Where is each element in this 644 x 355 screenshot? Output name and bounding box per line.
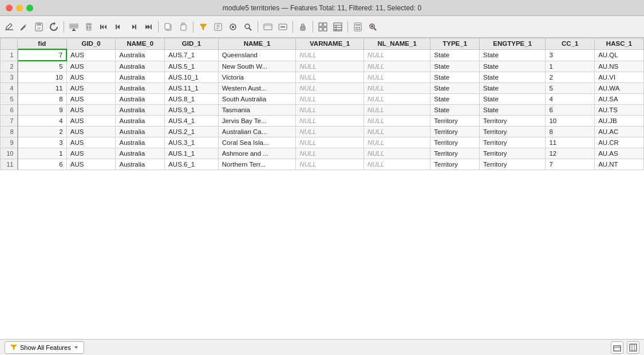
table-cell[interactable]: 9 bbox=[18, 105, 67, 116]
table-cell[interactable]: State bbox=[480, 72, 546, 83]
header-gid0[interactable]: GID_0 bbox=[66, 38, 116, 50]
table-cell[interactable]: 8 bbox=[546, 127, 595, 137]
table-row[interactable]: 74AUSAustraliaAUS.4_1Jervis Bay Te...NUL… bbox=[1, 116, 644, 127]
table-cell[interactable]: AU.NS bbox=[595, 61, 644, 72]
table-cell[interactable]: New South W... bbox=[218, 61, 296, 72]
table-cell[interactable]: Coral Sea Isla... bbox=[218, 137, 296, 148]
table-cell[interactable]: State bbox=[480, 105, 546, 116]
table-cell[interactable]: AUS bbox=[66, 61, 116, 72]
header-fid[interactable]: fid bbox=[18, 38, 67, 50]
table-cell[interactable]: 5 bbox=[546, 83, 595, 94]
table-cell[interactable]: NULL bbox=[296, 83, 364, 94]
table-cell[interactable]: 6 bbox=[546, 105, 595, 116]
table-cell[interactable]: NULL bbox=[364, 148, 430, 159]
table-row[interactable]: 69AUSAustraliaAUS.9_1TasmaniaNULLNULLSta… bbox=[1, 105, 644, 116]
table-row[interactable]: 310AUSAustraliaAUS.10_1VictoriaNULLNULLS… bbox=[1, 72, 644, 83]
header-nlname1[interactable]: NL_NAME_1 bbox=[364, 38, 430, 50]
show-features-button[interactable]: Show All Features bbox=[5, 341, 84, 354]
table-cell[interactable]: NULL bbox=[364, 137, 430, 148]
table-cell[interactable]: 10 bbox=[18, 72, 67, 83]
nav-last-button[interactable] bbox=[141, 20, 155, 34]
table-cell[interactable]: 11 bbox=[18, 83, 67, 94]
table-cell[interactable]: Australia bbox=[116, 127, 165, 137]
table-cell[interactable]: State bbox=[430, 83, 480, 94]
table-cell[interactable]: NULL bbox=[364, 49, 430, 61]
table-cell[interactable]: 7 bbox=[1, 116, 18, 127]
table-row[interactable]: 82AUSAustraliaAUS.2_1Australian Ca...NUL… bbox=[1, 127, 644, 137]
table-cell[interactable]: 2 bbox=[18, 127, 67, 137]
table-cell[interactable]: Territory bbox=[430, 159, 480, 170]
table-cell[interactable]: 10 bbox=[546, 116, 595, 127]
table-cell[interactable]: AUS.4_1 bbox=[165, 116, 219, 127]
table-row[interactable]: 116AUSAustraliaAUS.6_1Northern Terr...NU… bbox=[1, 159, 644, 170]
nav-next-button[interactable] bbox=[127, 20, 140, 34]
table-cell[interactable]: Territory bbox=[480, 127, 546, 137]
table-row[interactable]: 17AUSAustraliaAUS.7_1QueenslandNULLNULLS… bbox=[1, 49, 644, 61]
table-cell[interactable]: 3 bbox=[18, 137, 67, 148]
table-row[interactable]: 411AUSAustraliaAUS.11_1Western Aust...NU… bbox=[1, 83, 644, 94]
table-cell[interactable]: AUS bbox=[66, 105, 116, 116]
table-cell[interactable]: 4 bbox=[18, 116, 67, 127]
table-cell[interactable]: AU.AC bbox=[595, 127, 644, 137]
table-cell[interactable]: NULL bbox=[296, 105, 364, 116]
table-cell[interactable]: NULL bbox=[364, 116, 430, 127]
table-cell[interactable]: 9 bbox=[1, 137, 18, 148]
table-cell[interactable]: Australia bbox=[116, 137, 165, 148]
table-cell[interactable]: 11 bbox=[546, 137, 595, 148]
table-cell[interactable]: 7 bbox=[546, 159, 595, 170]
table-cell[interactable]: Ashmore and ... bbox=[218, 148, 296, 159]
table-cell[interactable]: AUS.6_1 bbox=[165, 159, 219, 170]
table-cell[interactable]: 8 bbox=[1, 127, 18, 137]
table-cell[interactable]: NULL bbox=[364, 127, 430, 137]
table-cell[interactable]: Queensland bbox=[218, 49, 296, 61]
table-cell[interactable]: AU.WA bbox=[595, 83, 644, 94]
table-cell[interactable]: AUS.5_1 bbox=[165, 61, 219, 72]
table-cell[interactable]: 1 bbox=[18, 148, 67, 159]
maximize-button[interactable] bbox=[26, 5, 33, 11]
table-cell[interactable]: 1 bbox=[1, 49, 18, 61]
table-cell[interactable]: NULL bbox=[296, 116, 364, 127]
table-cell[interactable]: 4 bbox=[546, 94, 595, 105]
zoom-out-button[interactable] bbox=[276, 20, 290, 34]
table-row[interactable]: 58AUSAustraliaAUS.8_1South AustraliaNULL… bbox=[1, 94, 644, 105]
table-cell[interactable]: AUS bbox=[66, 72, 116, 83]
table-cell[interactable]: AUS bbox=[66, 49, 116, 61]
table-cell[interactable]: Australia bbox=[116, 148, 165, 159]
nav-first-button[interactable] bbox=[97, 20, 110, 34]
table-cell[interactable]: Northern Terr... bbox=[218, 159, 296, 170]
pencil-button[interactable] bbox=[17, 20, 31, 34]
filter-button[interactable] bbox=[196, 20, 210, 34]
add-row-button[interactable] bbox=[67, 20, 81, 34]
table-cell[interactable]: AUS bbox=[66, 83, 116, 94]
table-cell[interactable]: AUS bbox=[66, 116, 116, 127]
table-cell[interactable]: NULL bbox=[364, 105, 430, 116]
table-cell[interactable]: AUS.11_1 bbox=[165, 83, 219, 94]
table-cell[interactable]: NULL bbox=[296, 137, 364, 148]
table-row[interactable]: 25AUSAustraliaAUS.5_1New South W...NULLN… bbox=[1, 61, 644, 72]
table-cell[interactable]: Territory bbox=[430, 127, 480, 137]
table-cell[interactable]: State bbox=[480, 94, 546, 105]
search-button[interactable] bbox=[241, 20, 255, 34]
table-cell[interactable]: AU.AS bbox=[595, 148, 644, 159]
table-cell[interactable]: AUS.8_1 bbox=[165, 94, 219, 105]
table-cell[interactable]: Jervis Bay Te... bbox=[218, 116, 296, 127]
table-cell[interactable]: AUS bbox=[66, 137, 116, 148]
table-cell[interactable]: State bbox=[480, 49, 546, 61]
table-cell[interactable]: AU.QL bbox=[595, 49, 644, 61]
table-cell[interactable]: South Australia bbox=[218, 94, 296, 105]
table-cell[interactable]: Victoria bbox=[218, 72, 296, 83]
move-selection-button[interactable] bbox=[226, 20, 240, 34]
table-cell[interactable]: NULL bbox=[296, 72, 364, 83]
table-cell[interactable]: AU.TS bbox=[595, 105, 644, 116]
table-cell[interactable]: NULL bbox=[364, 159, 430, 170]
table-cell[interactable]: 11 bbox=[1, 159, 18, 170]
copy-button[interactable] bbox=[161, 20, 175, 34]
table-cell[interactable]: Australia bbox=[116, 116, 165, 127]
table-cell[interactable]: Territory bbox=[430, 148, 480, 159]
table-cell[interactable]: Territory bbox=[480, 137, 546, 148]
table-cell[interactable]: Australia bbox=[116, 105, 165, 116]
header-hasc1[interactable]: HASC_1 bbox=[595, 38, 644, 50]
table-cell[interactable]: NULL bbox=[364, 72, 430, 83]
table-cell[interactable]: Territory bbox=[480, 159, 546, 170]
header-engtype1[interactable]: ENGTYPE_1 bbox=[480, 38, 546, 50]
